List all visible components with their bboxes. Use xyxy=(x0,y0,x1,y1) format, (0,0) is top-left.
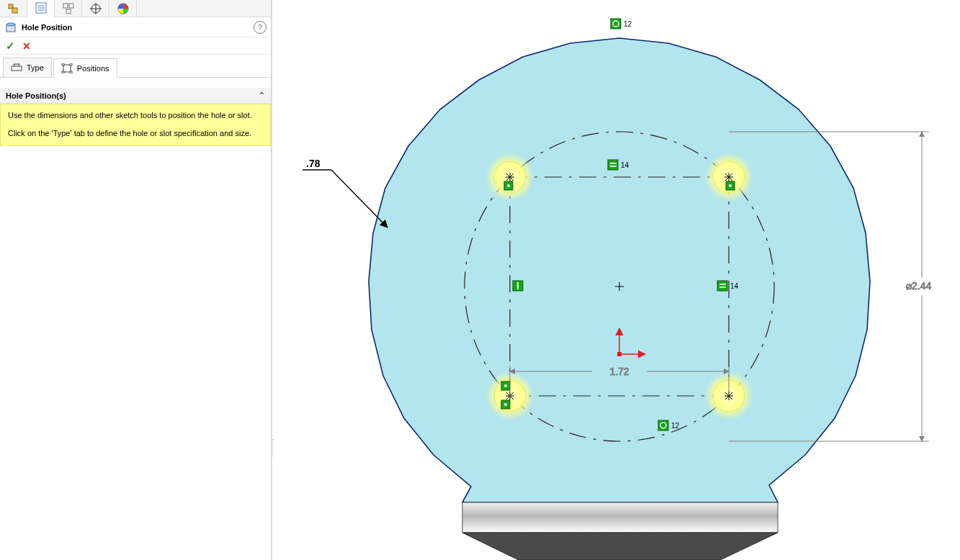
cancel-button[interactable]: ✕ xyxy=(22,40,31,52)
hint-box: Use the dimensions and other sketch tool… xyxy=(0,104,271,146)
section-caret-icon: ⌃ xyxy=(259,91,265,100)
tab-positions[interactable]: Positions xyxy=(53,58,117,78)
svg-point-65 xyxy=(504,384,507,387)
svg-text:12: 12 xyxy=(671,422,680,430)
ok-button[interactable]: ✓ xyxy=(6,40,15,53)
confirm-row: ✓ ✕ xyxy=(0,37,271,55)
svg-rect-20 xyxy=(62,63,64,66)
vertical-relation-left-icon[interactable] xyxy=(513,281,523,291)
display-manager-tab-icon[interactable] xyxy=(109,0,137,17)
leader-note[interactable]: .78 xyxy=(302,158,387,227)
section-title: Hole Position(s) xyxy=(6,91,66,100)
coincident-relation-tr-icon[interactable] xyxy=(726,181,735,190)
svg-point-14 xyxy=(6,23,15,26)
svg-rect-23 xyxy=(70,71,72,73)
svg-rect-50 xyxy=(608,160,618,170)
tangent-relation-top-icon[interactable]: 12 xyxy=(611,19,632,29)
svg-text:14: 14 xyxy=(621,161,629,169)
tab-type[interactable]: Type xyxy=(3,58,52,77)
svg-rect-47 xyxy=(658,420,668,430)
hint-line-1: Use the dimensions and other sketch tool… xyxy=(8,110,263,121)
svg-rect-15 xyxy=(12,66,22,71)
feature-tree-tab-icon[interactable] xyxy=(0,0,27,17)
hole-point-tr[interactable] xyxy=(704,153,753,202)
positions-tab-icon xyxy=(61,63,73,73)
part-body[interactable] xyxy=(369,38,870,560)
svg-rect-6 xyxy=(63,4,68,8)
svg-line-78 xyxy=(331,170,387,227)
coincident-relation-bl-b-icon[interactable] xyxy=(501,400,510,409)
svg-text:12: 12 xyxy=(624,20,632,28)
svg-text:1.72: 1.72 xyxy=(609,366,629,377)
subtabs: Type Positions xyxy=(0,58,271,78)
coincident-relation-tl-icon[interactable] xyxy=(504,181,513,190)
panel-title: Hole Position xyxy=(22,23,254,32)
svg-text:.78: .78 xyxy=(306,158,320,169)
configuration-manager-tab-icon[interactable] xyxy=(55,0,82,17)
svg-point-67 xyxy=(504,403,507,406)
section-header[interactable]: Hole Position(s) ⌃ xyxy=(0,88,271,104)
svg-rect-8 xyxy=(66,9,71,14)
hole-wizard-icon xyxy=(4,21,17,34)
svg-rect-26 xyxy=(462,502,778,533)
svg-rect-7 xyxy=(69,4,73,8)
hole-point-tl[interactable] xyxy=(485,153,534,202)
svg-rect-1 xyxy=(12,8,17,13)
coincident-relation-bl-a-icon[interactable] xyxy=(501,381,510,390)
help-button[interactable]: ? xyxy=(254,21,266,34)
svg-rect-21 xyxy=(70,63,72,66)
panel-title-row: Hole Position ? xyxy=(0,17,271,37)
svg-point-61 xyxy=(507,184,510,187)
tab-positions-label: Positions xyxy=(77,64,109,73)
svg-rect-54 xyxy=(717,281,727,291)
dimxpert-tab-icon[interactable] xyxy=(82,0,109,17)
svg-text:⌀2.44: ⌀2.44 xyxy=(906,280,931,292)
svg-rect-22 xyxy=(62,71,64,73)
svg-text:14: 14 xyxy=(730,282,739,290)
svg-rect-43 xyxy=(617,352,622,356)
feature-manager-tabs xyxy=(0,0,271,17)
svg-rect-44 xyxy=(611,19,621,29)
property-manager-tab-icon[interactable] xyxy=(27,0,55,17)
svg-point-63 xyxy=(729,184,732,187)
type-tab-icon xyxy=(11,63,22,73)
graphics-viewport[interactable]: 12 12 14 14 xyxy=(274,0,960,560)
tab-type-label: Type xyxy=(27,63,44,72)
property-panel: Hole Position ? ✓ ✕ Type Positions Hole … xyxy=(0,0,272,560)
hint-line-2: Click on the 'Type' tab to define the ho… xyxy=(8,128,263,139)
